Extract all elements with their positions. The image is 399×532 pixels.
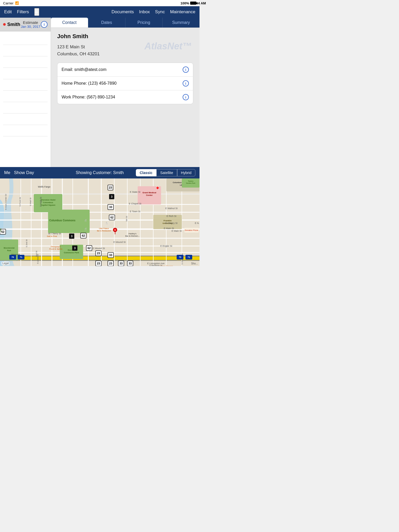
svg-text:62: 62: [82, 234, 85, 237]
svg-text:33: 33: [119, 262, 123, 265]
svg-text:W Cherry St: W Cherry St: [48, 232, 61, 235]
estimate-info-button[interactable]: i: [41, 21, 48, 28]
svg-text:Columbus Commons: Columbus Commons: [49, 219, 76, 222]
work-phone-info-button[interactable]: i: [183, 94, 189, 100]
me-button[interactable]: Me: [4, 169, 10, 176]
edit-button[interactable]: Edit: [4, 8, 12, 16]
svg-text:23: 23: [109, 186, 112, 189]
home-phone-row: Home Phone: (123) 456-7890 i: [57, 77, 193, 90]
battery-label: 100%: [181, 1, 189, 5]
show-day-button[interactable]: Show Day: [14, 169, 34, 176]
svg-text:3: 3: [71, 235, 72, 238]
add-button[interactable]: +: [34, 8, 39, 16]
map-toolbar: Me Show Day Showing Customer: Smith Clas…: [0, 167, 200, 178]
svg-text:23: 23: [109, 262, 112, 265]
home-phone-label: Home Phone: (123) 456-7890: [62, 81, 117, 86]
svg-text:Happy Dragon: Happy Dragon: [159, 265, 173, 266]
map-container[interactable]: Columbus Commons Sheraton Hotel Columbus…: [0, 178, 200, 266]
svg-text:33: 33: [109, 254, 112, 257]
list-item: [3, 102, 48, 114]
tab-contact[interactable]: Contact: [51, 18, 88, 28]
svg-text:23: 23: [97, 262, 100, 265]
svg-text:S High St: S High St: [39, 197, 42, 207]
map-svg: Columbus Commons Sheraton Hotel Columbus…: [0, 178, 200, 266]
svg-text:🍴: 🍴: [105, 221, 109, 225]
list-item: [3, 79, 48, 91]
svg-text:E Cherry St: E Cherry St: [165, 222, 178, 224]
documents-button[interactable]: Documents: [111, 8, 134, 16]
email-label: Email: smith@atest.com: [62, 67, 107, 72]
svg-text:Franklin: Franklin: [163, 220, 171, 222]
customer-address: 123 E Main St Columbus, OH 43201: [57, 43, 193, 57]
svg-text:23: 23: [97, 252, 100, 255]
list-item: [3, 56, 48, 68]
customer-full-name: John Smith: [57, 33, 193, 40]
list-item: [3, 91, 48, 102]
svg-text:E Main St: E Main St: [171, 230, 182, 232]
tab-bar: Contact Dates Pricing Summary: [51, 18, 200, 28]
contact-content: John Smith 123 E Main St Columbus, OH 43…: [51, 28, 200, 167]
svg-text:Grant Medical: Grant Medical: [143, 191, 156, 194]
svg-text:33: 33: [129, 262, 132, 265]
hybrid-map-button[interactable]: Hybrid: [177, 169, 195, 176]
battery-icon: [190, 2, 196, 5]
svg-text:Bicentennial: Bicentennial: [4, 247, 15, 249]
work-phone-label: Work Phone: (567) 890-1234: [62, 95, 115, 99]
satellite-map-button[interactable]: Satellite: [156, 169, 177, 176]
svg-text:Little Palace: Little Palace: [99, 228, 109, 229]
svg-text:Bar & Restaurant: Bar & Restaurant: [97, 230, 111, 232]
tab-pricing[interactable]: Pricing: [125, 18, 163, 28]
list-lines: [0, 31, 51, 138]
svg-text:3: 3: [74, 247, 76, 250]
filters-button[interactable]: Filters: [17, 8, 29, 16]
svg-text:Garden Park: Garden Park: [186, 182, 195, 184]
map-legal-text: Legal: [2, 262, 9, 265]
svg-text:Commons Park: Commons Park: [64, 251, 79, 254]
svg-text:5th St: 5th St: [125, 216, 128, 222]
nav-bar: Edit Filters + Documents Inbox Sync Main…: [0, 6, 200, 18]
carrier-label: Carrier: [3, 1, 14, 5]
svg-text:E Chapel St: E Chapel St: [129, 202, 142, 205]
status-dot: [3, 23, 6, 26]
left-panel: Smith Estimate Jan 30, 2017 i: [0, 18, 51, 167]
list-item: [3, 68, 48, 79]
right-panel: Contact Dates Pricing Summary John Smith…: [51, 18, 200, 167]
svg-text:62: 62: [110, 216, 114, 219]
email-info-button[interactable]: i: [183, 66, 189, 73]
email-row: Email: smith@atest.com i: [57, 63, 193, 77]
svg-text:2nd St: 2nd St: [35, 251, 38, 257]
nav-right: Documents Inbox Sync Maintenance: [111, 8, 195, 16]
customer-name-row: Smith: [3, 22, 20, 27]
estimate-date: Jan 30, 2017: [21, 25, 40, 29]
svg-text:Dempsey's: Dempsey's: [51, 245, 61, 248]
svg-text:Salt & Pine: Salt & Pine: [47, 235, 57, 237]
map-toolbar-left: Me Show Day: [4, 169, 34, 176]
home-phone-info-button[interactable]: i: [183, 80, 189, 87]
wifi-icon: 📶: [15, 1, 19, 5]
main-content: Smith Estimate Jan 30, 2017 i Contact Da…: [0, 18, 200, 167]
address-line1: 123 E Main St: [57, 44, 85, 49]
status-bar: Carrier 📶 9:44 AM 100%: [0, 0, 200, 6]
tab-dates[interactable]: Dates: [88, 18, 125, 28]
estimate-info: Estimate Jan 30, 2017: [21, 20, 40, 29]
customer-name-label: Smith: [7, 22, 20, 27]
maintenance-button[interactable]: Maintenance: [170, 8, 195, 16]
svg-text:E Mound St: E Mound St: [92, 247, 105, 250]
svg-text:Capitol Square: Capitol Square: [41, 204, 56, 206]
svg-text:70: 70: [11, 256, 14, 258]
classic-map-button[interactable]: Classic: [136, 169, 156, 176]
svg-text:E Main St: E Main St: [164, 227, 174, 230]
contact-cards: Email: smith@atest.com i Home Phone: (12…: [57, 63, 193, 104]
svg-text:E Rich St: E Rich St: [167, 215, 176, 217]
svg-text:Park: Park: [7, 250, 11, 251]
sync-button[interactable]: Sync: [155, 8, 165, 16]
svg-text:S 2nd St: S 2nd St: [25, 239, 28, 247]
svg-point-130: [114, 229, 116, 231]
inbox-button[interactable]: Inbox: [139, 8, 150, 16]
svg-text:Donatos Pizza: Donatos Pizza: [185, 229, 198, 231]
svg-text:🍴: 🍴: [84, 219, 87, 222]
svg-text:Center: Center: [146, 194, 152, 196]
svg-text:Sheraton Hotel: Sheraton Hotel: [41, 199, 56, 201]
battery-fill: [191, 2, 196, 4]
tab-summary[interactable]: Summary: [163, 18, 200, 28]
